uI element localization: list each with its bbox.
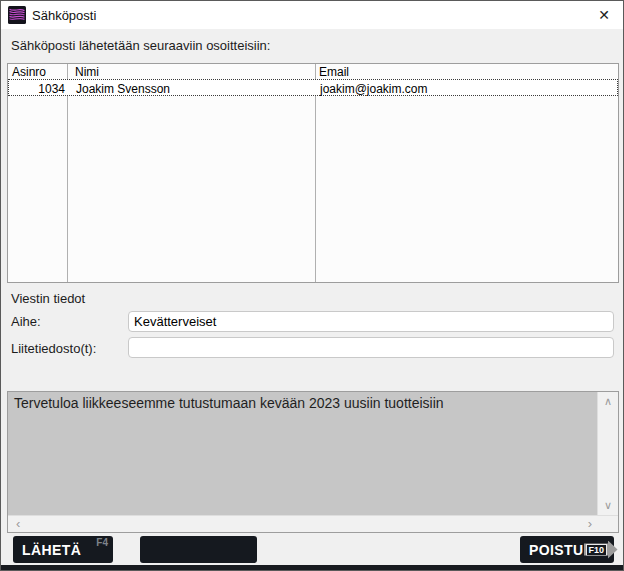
column-header-nimi[interactable]: Nimi <box>75 65 99 79</box>
subject-label: Aihe: <box>11 314 41 329</box>
bottom-edge-strip <box>1 565 623 570</box>
scroll-up-icon[interactable]: ∧ <box>604 396 612 407</box>
exit-button-label: POISTU <box>529 542 584 558</box>
email-dialog-window: Sähköposti ✕ Sähköposti lähetetään seura… <box>0 0 624 571</box>
scroll-down-icon[interactable]: ∨ <box>604 500 612 511</box>
cell-nimi: Joakim Svensson <box>76 82 170 96</box>
close-icon[interactable]: ✕ <box>591 4 617 26</box>
subject-input[interactable] <box>128 311 614 332</box>
column-header-email[interactable]: Email <box>319 65 349 79</box>
window-title: Sähköposti <box>32 8 96 23</box>
message-body-box: Tervetuloa liikkeeseemme tutustumaan kev… <box>7 391 619 533</box>
attachments-input[interactable] <box>128 337 614 358</box>
send-button-label: LÄHETÄ <box>22 542 81 558</box>
table-row-selected[interactable]: 1034 Joakim Svensson joakim@joakim.com <box>8 79 618 96</box>
send-fkey-hint: F4 <box>96 537 108 548</box>
recipients-intro-label: Sähköposti lähetetään seuraaviin osoitte… <box>11 38 270 53</box>
vertical-scrollbar[interactable]: ∧ ∨ <box>597 392 618 515</box>
column-divider <box>315 64 316 282</box>
exit-fkey-hint: F10 <box>586 544 608 556</box>
horizontal-scrollbar[interactable]: ‹ › <box>8 515 618 532</box>
message-body-text[interactable]: Tervetuloa liikkeeseemme tutustumaan kev… <box>8 392 597 515</box>
app-logo-icon <box>8 6 26 24</box>
recipients-table: Asinro Nimi Email 1034 Joakim Svensson j… <box>7 63 619 283</box>
column-divider <box>67 64 68 282</box>
blank-button[interactable] <box>140 536 257 563</box>
f10-arrow-badge: F10 <box>584 541 618 559</box>
titlebar: Sähköposti ✕ <box>1 1 623 29</box>
column-header-asinro[interactable]: Asinro <box>12 65 46 79</box>
scroll-left-icon[interactable]: ‹ <box>16 518 20 529</box>
attachments-label: Liitetiedosto(t): <box>11 341 96 356</box>
table-header-row: Asinro Nimi Email <box>8 64 618 79</box>
exit-button[interactable]: POISTU F10 <box>520 536 614 563</box>
send-button[interactable]: LÄHETÄ F4 <box>13 536 113 563</box>
cell-email: joakim@joakim.com <box>320 82 428 96</box>
message-section-label: Viestin tiedot <box>11 291 85 306</box>
scroll-right-icon[interactable]: › <box>588 518 592 529</box>
cell-asinro: 1034 <box>9 82 65 96</box>
